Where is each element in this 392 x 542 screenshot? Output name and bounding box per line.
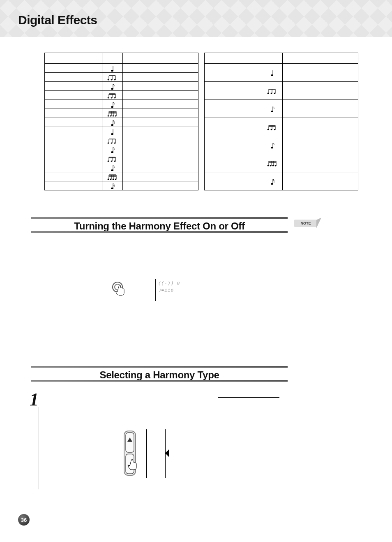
effect-desc-cell: [123, 100, 198, 109]
note-icon-cell: [262, 136, 283, 154]
effect-desc-cell: [123, 73, 198, 82]
note-icon-cell: [262, 64, 283, 82]
note-icon-cell: [262, 100, 283, 118]
note-icon-cell: [102, 154, 123, 163]
table-row: [205, 118, 358, 136]
effect-desc-cell: [283, 100, 358, 118]
music-note-icon: [107, 137, 118, 143]
note-icon-cell: [102, 172, 123, 181]
table-row: [205, 82, 358, 100]
effect-name-cell: [45, 163, 102, 172]
effect-name-cell: [45, 82, 102, 91]
effect-desc-cell: [283, 118, 358, 136]
effect-desc-cell: [283, 64, 358, 82]
music-note-icon: [110, 182, 115, 188]
effect-desc-cell: [123, 154, 198, 163]
effect-desc-cell: [123, 91, 198, 100]
table-row: [205, 172, 358, 190]
table-row: [45, 154, 198, 163]
music-note-icon: [110, 146, 115, 152]
section-rule: [31, 231, 288, 233]
music-note-icon: [107, 91, 118, 98]
note-icon-cell: [102, 163, 123, 172]
effect-desc-cell: [123, 82, 198, 91]
up-down-control-illustration: [122, 429, 145, 478]
effect-name-cell: [45, 181, 102, 190]
table-row: [205, 136, 358, 154]
effect-name-cell: [45, 109, 102, 118]
effect-desc-cell: [123, 145, 198, 154]
section-title-harmony-onoff: Turning the Harmony Effect On or Off: [31, 220, 288, 232]
table-row: [45, 163, 198, 172]
table-row: [45, 109, 198, 118]
lcd-line1: ((·)) 0: [158, 281, 180, 286]
table-row: [45, 118, 198, 127]
section-rule: [31, 217, 288, 219]
svg-rect-35: [126, 433, 134, 452]
table-row: [205, 100, 358, 118]
table-row: [205, 154, 358, 172]
effect-name-cell: [205, 82, 262, 100]
music-note-icon: [270, 105, 275, 111]
svg-marker-39: [165, 449, 169, 457]
effect-name-cell: [45, 73, 102, 82]
effect-desc-cell: [123, 172, 198, 181]
note-icon-cell: [102, 100, 123, 109]
music-note-icon: [267, 123, 278, 130]
note-icon-cell: [102, 118, 123, 127]
effect-desc-cell: [123, 136, 198, 145]
effect-desc-cell: [123, 181, 198, 190]
note-label: NOTE: [300, 221, 311, 225]
effect-desc-cell: [283, 172, 358, 190]
table-row: [45, 73, 198, 82]
note-icon-cell: [262, 82, 283, 100]
effect-desc-cell: [123, 109, 198, 118]
effect-desc-cell: [123, 64, 198, 73]
step-underline: [218, 397, 279, 398]
note-icon-cell: [102, 136, 123, 145]
table-row: [45, 100, 198, 109]
effect-desc-cell: [123, 163, 198, 172]
music-note-icon: [270, 177, 275, 184]
effect-name-cell: [45, 154, 102, 163]
music-note-icon: [110, 127, 115, 134]
note-icon-cell: [262, 118, 283, 136]
section-title-select-harmony: Selecting a Harmony Type: [31, 369, 288, 381]
effects-tables: [44, 53, 358, 190]
effect-name-cell: [45, 64, 102, 73]
lcd-line2: ♩=116: [158, 287, 180, 293]
effect-desc-cell: [283, 82, 358, 100]
music-note-icon: [267, 159, 278, 166]
effect-desc-cell: [123, 127, 198, 136]
note-icon-cell: [102, 64, 123, 73]
section-rule: [31, 380, 288, 382]
note-flap-icon: [316, 218, 321, 228]
table-row: [45, 145, 198, 154]
music-note-icon: [107, 109, 118, 116]
note-icon-cell: [262, 172, 283, 190]
step-guide-line: [39, 407, 39, 489]
effect-name-cell: [45, 118, 102, 127]
note-badge: NOTE: [294, 220, 317, 227]
note-icon-cell: [102, 73, 123, 82]
note-icon-cell: [262, 154, 283, 172]
table-row: [45, 172, 198, 181]
effect-name-cell: [205, 136, 262, 154]
effect-name-cell: [205, 118, 262, 136]
effect-name-cell: [45, 100, 102, 109]
page-number-text: 36: [21, 517, 27, 523]
table-row: [45, 127, 198, 136]
music-note-icon: [107, 155, 118, 161]
effect-name-cell: [205, 172, 262, 190]
music-note-icon: [110, 164, 115, 170]
effect-name-cell: [45, 145, 102, 154]
table-row: [45, 91, 198, 100]
press-button-illustration: [110, 280, 128, 299]
table-row: [45, 82, 198, 91]
page-number: 36: [18, 514, 30, 526]
section-rule: [31, 366, 288, 368]
effect-name-cell: [45, 172, 102, 181]
music-note-icon: [110, 100, 115, 107]
effect-name-cell: [45, 136, 102, 145]
effect-desc-cell: [283, 136, 358, 154]
